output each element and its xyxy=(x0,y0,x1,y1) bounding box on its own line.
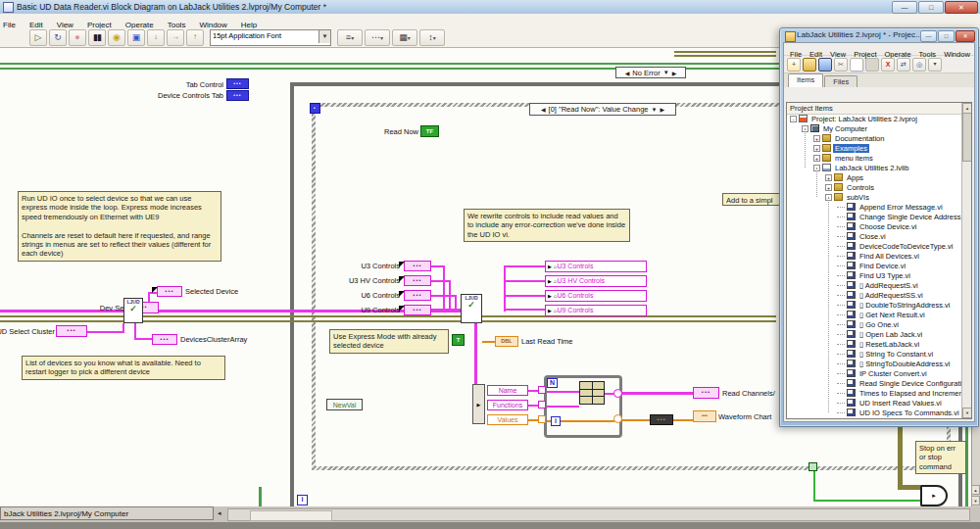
collapse-icon[interactable]: - xyxy=(790,116,797,122)
tab-items[interactable]: Items xyxy=(788,73,823,87)
tree-item-project-labjack-utilities-2-lvproj[interactable]: -Project: LabJack Utilities 2.lvproj xyxy=(787,114,962,123)
font-selector[interactable]: 15pt Application Font ▼ xyxy=(210,29,331,46)
while-loop-left-border[interactable] xyxy=(290,82,294,506)
while-iteration-terminal[interactable]: i xyxy=(297,495,308,505)
ud-select-cluster-terminal[interactable]: ••• xyxy=(56,325,87,337)
case-next-icon[interactable]: ▶ xyxy=(672,70,677,76)
tree-item-change-single-device-address-vi[interactable]: Change Single Device Address.vi xyxy=(787,212,962,221)
unbundle-field-values[interactable]: Values xyxy=(487,414,528,425)
run-icon[interactable]: ▷ xyxy=(29,29,47,46)
loop-tunnel[interactable] xyxy=(538,415,546,423)
local-var-u3-hv-controls[interactable]: ▶ ⌂U3 HV Controls xyxy=(545,275,647,287)
pause-icon[interactable]: ▮▮ xyxy=(88,29,106,46)
tree-item-ud-io-specs-to-commands-vi[interactable]: UD IO Specs To Commands.vi xyxy=(787,408,962,417)
tree-item-controls[interactable]: +Controls xyxy=(787,182,962,192)
terminal-u3-hv-controls[interactable]: ••• xyxy=(404,275,431,286)
minimize-button[interactable]: — xyxy=(892,1,917,14)
last-read-time-terminal[interactable]: DBL xyxy=(495,336,518,347)
abort-icon[interactable]: ● xyxy=(69,29,86,46)
tree-item-resetlabjack-vi[interactable]: ▯ ResetLabJack.vi xyxy=(787,339,962,349)
find-icon[interactable]: ◎ xyxy=(912,58,926,72)
chevron-down-icon[interactable]: ▼ xyxy=(663,70,669,75)
tree-item-addrequestss-vi[interactable]: ▯ AddRequestSS.vi xyxy=(787,290,962,300)
for-loop-iteration-terminal[interactable]: i xyxy=(551,416,561,426)
cut-icon[interactable]: ✂ xyxy=(834,58,848,72)
terminal-u9-controls[interactable]: ••• xyxy=(404,305,431,315)
unbundle-by-name-node[interactable]: ▶ xyxy=(472,384,485,424)
tree-item-choose-device-vi[interactable]: Choose Device.vi xyxy=(787,221,962,231)
step-over-icon[interactable]: → xyxy=(167,29,184,46)
scroll-down-icon[interactable]: ▼ xyxy=(962,408,972,418)
or-gate-node[interactable]: ▸ xyxy=(920,485,948,506)
local-var-u9-controls[interactable]: ▶ ⌂U9 Controls xyxy=(545,305,647,316)
tree-vscrollbar[interactable]: ▲ ▼ xyxy=(961,103,971,418)
terminal-u3-controls[interactable]: ••• xyxy=(404,261,431,271)
tree-item-addrequests-vi[interactable]: ▯ AddRequestS.vi xyxy=(787,280,962,290)
context-tab[interactable]: bJack Utilities 2.lvproj/My Computer xyxy=(0,506,214,520)
expand-icon[interactable]: + xyxy=(813,145,820,152)
case-selector[interactable]: ◀ No Error ▼ ▶ xyxy=(615,67,686,78)
diagram-hscrollbar[interactable] xyxy=(227,508,970,521)
devices-cluster-array-terminal[interactable]: ••• xyxy=(152,334,177,345)
resize-objects-button[interactable]: ▦▾ xyxy=(392,29,417,46)
retain-wire-values-icon[interactable]: ▣ xyxy=(127,29,145,46)
minimize-button[interactable]: — xyxy=(920,30,937,42)
new-file-icon[interactable]: + xyxy=(787,58,801,72)
tab-scroll-left-icon[interactable]: ◂ xyxy=(218,509,221,517)
event-prev-icon[interactable]: ◀ xyxy=(541,106,546,113)
loop-tunnel[interactable] xyxy=(538,386,546,394)
index-array-node[interactable] xyxy=(579,381,605,405)
tab-files[interactable]: Files xyxy=(824,75,858,87)
resolve-conflicts-icon[interactable]: ⇄ xyxy=(897,58,910,72)
loop-output-tunnel[interactable] xyxy=(613,414,622,423)
newval-node[interactable]: NewVal xyxy=(326,399,363,410)
tree-item-find-u3-type-vi[interactable]: Find U3 Type.vi xyxy=(787,270,962,280)
options-dropdown-icon[interactable]: ▾ xyxy=(928,58,942,72)
event-tunnel[interactable] xyxy=(808,462,817,471)
tree-item-devicecodetodevicetype-vi[interactable]: DeviceCodeToDeviceType.vi xyxy=(787,241,962,251)
pe-title-bar[interactable]: LabJack Utilities 2.lvproj * - Projec...… xyxy=(783,28,975,42)
tree-item-subvis[interactable]: -subVIs xyxy=(787,192,962,202)
close-button[interactable]: ✕ xyxy=(945,1,978,14)
event-next-icon[interactable]: ▶ xyxy=(660,106,664,113)
open-folder-icon[interactable] xyxy=(803,58,816,72)
local-var-u3-controls[interactable]: ▶ ⌂U3 Controls xyxy=(545,261,647,272)
copy-icon[interactable] xyxy=(850,58,863,72)
hscrollbar-thumb[interactable] xyxy=(250,510,332,521)
tree-item-open-lab-jack-vi[interactable]: ▯ Open Lab Jack.vi xyxy=(787,329,962,339)
tree-item-examples[interactable]: +Examples xyxy=(787,143,962,153)
chevron-down-icon[interactable]: ▼ xyxy=(651,107,657,113)
maximize-button[interactable]: □ xyxy=(918,1,944,14)
tree-item-get-next-result-vi[interactable]: ▯ Get Next Result.vi xyxy=(787,310,962,319)
pe-menu-window[interactable]: Window xyxy=(940,49,974,59)
tree-item-append-error-message-vi[interactable]: Append Error Message.vi xyxy=(787,202,962,212)
expand-icon[interactable]: + xyxy=(825,174,832,181)
waveform-chart-terminal[interactable]: ••• xyxy=(693,410,716,422)
tree-scrollbar-thumb[interactable] xyxy=(962,113,972,162)
ljud-subvi-node[interactable]: LJUD✓ xyxy=(123,298,143,323)
paste-icon[interactable] xyxy=(865,58,879,72)
tree-item-ud-insert-read-values-vi[interactable]: UD Insert Read Values.vi xyxy=(787,398,962,408)
case-structure-left-border[interactable] xyxy=(259,487,262,506)
unbundle-field-name[interactable]: Name xyxy=(487,385,528,396)
true-constant[interactable]: T xyxy=(452,334,465,346)
case-prev-icon[interactable]: ◀ xyxy=(625,70,630,76)
delete-icon[interactable]: X xyxy=(881,58,895,72)
tree-item-ip-cluster-convert-vi[interactable]: IP Cluster Convert.vi xyxy=(787,368,962,378)
unbundle-field-functions[interactable]: Functions xyxy=(487,400,528,410)
tree-item-doubletostringaddress-vi[interactable]: ▯ DoubleToStringAddress.vi xyxy=(787,300,962,310)
selected-device-terminal[interactable]: ••• xyxy=(157,286,182,297)
tree-item-close-vi[interactable]: Close.vi xyxy=(787,231,962,241)
terminal-u6-controls[interactable]: ••• xyxy=(404,290,431,301)
tree-item-menu-items[interactable]: +menu items xyxy=(787,153,962,163)
build-array-node[interactable]: ••• xyxy=(650,414,673,425)
read-channels-terminal[interactable]: ••• xyxy=(693,387,719,399)
read-now-terminal[interactable]: TF xyxy=(420,125,439,137)
expand-icon[interactable]: + xyxy=(813,155,820,162)
loop-output-tunnel[interactable] xyxy=(613,389,622,398)
tree-item-find-all-devices-vi[interactable]: Find All Devices.vi xyxy=(787,251,962,261)
expand-icon[interactable]: + xyxy=(825,184,832,191)
run-continuous-icon[interactable]: ↻ xyxy=(49,29,67,46)
tree-item-documentation[interactable]: +Documentation xyxy=(787,133,962,143)
align-objects-button[interactable]: ≡▾ xyxy=(337,29,363,46)
